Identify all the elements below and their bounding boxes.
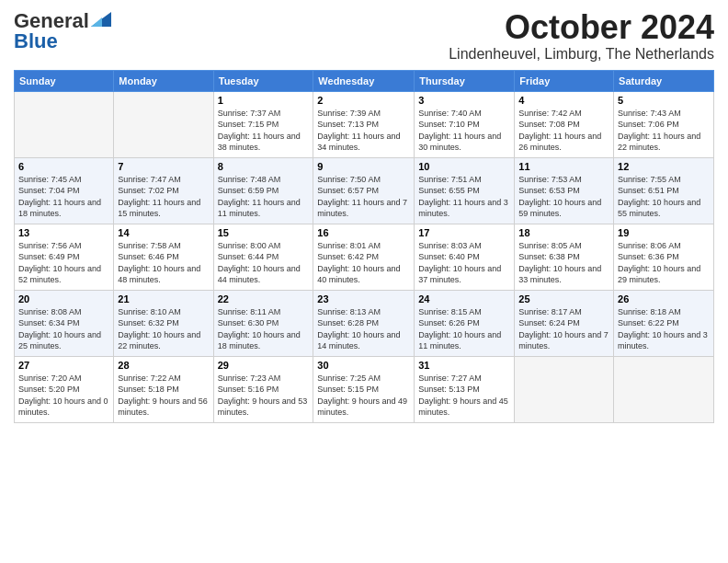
calendar-cell: 7Sunrise: 7:47 AM Sunset: 7:02 PM Daylig… <box>114 157 213 224</box>
weekday-header: Saturday <box>614 70 714 91</box>
day-info: Sunrise: 7:39 AM Sunset: 7:13 PM Dayligh… <box>317 108 410 154</box>
weekday-header-row: SundayMondayTuesdayWednesdayThursdayFrid… <box>15 70 714 91</box>
day-number: 31 <box>418 360 510 371</box>
day-number: 11 <box>518 161 609 172</box>
day-number: 19 <box>618 227 710 238</box>
calendar-cell: 29Sunrise: 7:23 AM Sunset: 5:16 PM Dayli… <box>213 356 313 422</box>
day-info: Sunrise: 8:08 AM Sunset: 6:34 PM Dayligh… <box>18 306 109 352</box>
day-info: Sunrise: 7:51 AM Sunset: 6:55 PM Dayligh… <box>418 174 510 220</box>
calendar-week-row: 20Sunrise: 8:08 AM Sunset: 6:34 PM Dayli… <box>15 290 714 356</box>
calendar-cell: 16Sunrise: 8:01 AM Sunset: 6:42 PM Dayli… <box>313 224 415 290</box>
day-info: Sunrise: 8:10 AM Sunset: 6:32 PM Dayligh… <box>118 306 209 352</box>
day-number: 23 <box>317 293 410 304</box>
day-number: 30 <box>317 360 410 371</box>
title-block: October 2024 Lindenheuvel, Limburg, The … <box>449 9 714 63</box>
day-info: Sunrise: 7:37 AM Sunset: 7:15 PM Dayligh… <box>218 108 310 154</box>
calendar-cell <box>114 91 213 157</box>
day-info: Sunrise: 8:06 AM Sunset: 6:36 PM Dayligh… <box>618 240 710 286</box>
day-number: 18 <box>518 227 609 238</box>
day-number: 26 <box>618 293 710 304</box>
svg-marker-1 <box>91 17 102 27</box>
day-number: 1 <box>218 95 310 106</box>
day-info: Sunrise: 8:13 AM Sunset: 6:28 PM Dayligh… <box>317 306 410 352</box>
calendar-cell: 21Sunrise: 8:10 AM Sunset: 6:32 PM Dayli… <box>114 290 213 356</box>
calendar-cell: 26Sunrise: 8:18 AM Sunset: 6:22 PM Dayli… <box>614 290 714 356</box>
day-info: Sunrise: 7:20 AM Sunset: 5:20 PM Dayligh… <box>18 373 109 419</box>
day-info: Sunrise: 7:43 AM Sunset: 7:06 PM Dayligh… <box>618 108 710 154</box>
day-info: Sunrise: 7:47 AM Sunset: 7:02 PM Dayligh… <box>118 174 209 220</box>
calendar-cell: 17Sunrise: 8:03 AM Sunset: 6:40 PM Dayli… <box>415 224 515 290</box>
calendar-cell: 15Sunrise: 8:00 AM Sunset: 6:44 PM Dayli… <box>213 224 313 290</box>
day-info: Sunrise: 7:56 AM Sunset: 6:49 PM Dayligh… <box>18 240 109 286</box>
weekday-header: Wednesday <box>313 70 415 91</box>
calendar-week-row: 27Sunrise: 7:20 AM Sunset: 5:20 PM Dayli… <box>15 356 714 422</box>
calendar-cell: 14Sunrise: 7:58 AM Sunset: 6:46 PM Dayli… <box>114 224 213 290</box>
day-number: 8 <box>218 161 310 172</box>
calendar-cell <box>515 356 614 422</box>
day-info: Sunrise: 8:01 AM Sunset: 6:42 PM Dayligh… <box>317 240 410 286</box>
calendar-cell: 27Sunrise: 7:20 AM Sunset: 5:20 PM Dayli… <box>15 356 114 422</box>
day-info: Sunrise: 8:00 AM Sunset: 6:44 PM Dayligh… <box>218 240 310 286</box>
calendar-cell: 30Sunrise: 7:25 AM Sunset: 5:15 PM Dayli… <box>313 356 415 422</box>
calendar-cell: 18Sunrise: 8:05 AM Sunset: 6:38 PM Dayli… <box>515 224 614 290</box>
calendar-cell <box>15 91 114 157</box>
day-number: 9 <box>317 161 410 172</box>
calendar-cell: 2Sunrise: 7:39 AM Sunset: 7:13 PM Daylig… <box>313 91 415 157</box>
day-number: 25 <box>518 293 609 304</box>
day-number: 10 <box>418 161 510 172</box>
calendar-cell: 11Sunrise: 7:53 AM Sunset: 6:53 PM Dayli… <box>515 157 614 224</box>
day-info: Sunrise: 8:18 AM Sunset: 6:22 PM Dayligh… <box>618 306 710 352</box>
day-number: 5 <box>618 95 710 106</box>
calendar-cell <box>614 356 714 422</box>
day-number: 16 <box>317 227 410 238</box>
day-info: Sunrise: 7:22 AM Sunset: 5:18 PM Dayligh… <box>118 373 209 419</box>
calendar-week-row: 1Sunrise: 7:37 AM Sunset: 7:15 PM Daylig… <box>15 91 714 157</box>
day-info: Sunrise: 8:17 AM Sunset: 6:24 PM Dayligh… <box>518 306 609 352</box>
day-number: 27 <box>18 360 109 371</box>
day-number: 13 <box>18 227 109 238</box>
day-info: Sunrise: 7:23 AM Sunset: 5:16 PM Dayligh… <box>218 373 310 419</box>
calendar-cell: 9Sunrise: 7:50 AM Sunset: 6:57 PM Daylig… <box>313 157 415 224</box>
day-number: 4 <box>518 95 609 106</box>
day-info: Sunrise: 7:27 AM Sunset: 5:13 PM Dayligh… <box>418 373 510 419</box>
weekday-header: Tuesday <box>213 70 313 91</box>
calendar: SundayMondayTuesdayWednesdayThursdayFrid… <box>14 70 714 423</box>
calendar-cell: 12Sunrise: 7:55 AM Sunset: 6:51 PM Dayli… <box>614 157 714 224</box>
calendar-week-row: 6Sunrise: 7:45 AM Sunset: 7:04 PM Daylig… <box>15 157 714 224</box>
day-number: 17 <box>418 227 510 238</box>
day-info: Sunrise: 8:15 AM Sunset: 6:26 PM Dayligh… <box>418 306 510 352</box>
calendar-cell: 31Sunrise: 7:27 AM Sunset: 5:13 PM Dayli… <box>415 356 515 422</box>
calendar-cell: 4Sunrise: 7:42 AM Sunset: 7:08 PM Daylig… <box>515 91 614 157</box>
day-info: Sunrise: 7:53 AM Sunset: 6:53 PM Dayligh… <box>518 174 609 220</box>
calendar-cell: 6Sunrise: 7:45 AM Sunset: 7:04 PM Daylig… <box>15 157 114 224</box>
day-number: 2 <box>317 95 410 106</box>
weekday-header: Sunday <box>15 70 114 91</box>
day-number: 15 <box>218 227 310 238</box>
calendar-cell: 23Sunrise: 8:13 AM Sunset: 6:28 PM Dayli… <box>313 290 415 356</box>
day-info: Sunrise: 8:05 AM Sunset: 6:38 PM Dayligh… <box>518 240 609 286</box>
day-number: 7 <box>118 161 209 172</box>
weekday-header: Thursday <box>415 70 515 91</box>
day-info: Sunrise: 7:58 AM Sunset: 6:46 PM Dayligh… <box>118 240 209 286</box>
calendar-cell: 28Sunrise: 7:22 AM Sunset: 5:18 PM Dayli… <box>114 356 213 422</box>
day-info: Sunrise: 7:55 AM Sunset: 6:51 PM Dayligh… <box>618 174 710 220</box>
day-info: Sunrise: 7:25 AM Sunset: 5:15 PM Dayligh… <box>317 373 410 419</box>
day-number: 3 <box>418 95 510 106</box>
day-number: 14 <box>118 227 209 238</box>
day-number: 20 <box>18 293 109 304</box>
calendar-cell: 19Sunrise: 8:06 AM Sunset: 6:36 PM Dayli… <box>614 224 714 290</box>
calendar-cell: 13Sunrise: 7:56 AM Sunset: 6:49 PM Dayli… <box>15 224 114 290</box>
weekday-header: Monday <box>114 70 213 91</box>
calendar-week-row: 13Sunrise: 7:56 AM Sunset: 6:49 PM Dayli… <box>15 224 714 290</box>
day-info: Sunrise: 8:03 AM Sunset: 6:40 PM Dayligh… <box>418 240 510 286</box>
day-info: Sunrise: 8:11 AM Sunset: 6:30 PM Dayligh… <box>218 306 310 352</box>
calendar-cell: 24Sunrise: 8:15 AM Sunset: 6:26 PM Dayli… <box>415 290 515 356</box>
calendar-cell: 22Sunrise: 8:11 AM Sunset: 6:30 PM Dayli… <box>213 290 313 356</box>
day-number: 22 <box>218 293 310 304</box>
header: General Blue October 2024 Lindenheuvel, … <box>14 9 714 63</box>
calendar-cell: 5Sunrise: 7:43 AM Sunset: 7:06 PM Daylig… <box>614 91 714 157</box>
day-info: Sunrise: 7:40 AM Sunset: 7:10 PM Dayligh… <box>418 108 510 154</box>
day-number: 29 <box>218 360 310 371</box>
day-number: 24 <box>418 293 510 304</box>
calendar-cell: 1Sunrise: 7:37 AM Sunset: 7:15 PM Daylig… <box>213 91 313 157</box>
